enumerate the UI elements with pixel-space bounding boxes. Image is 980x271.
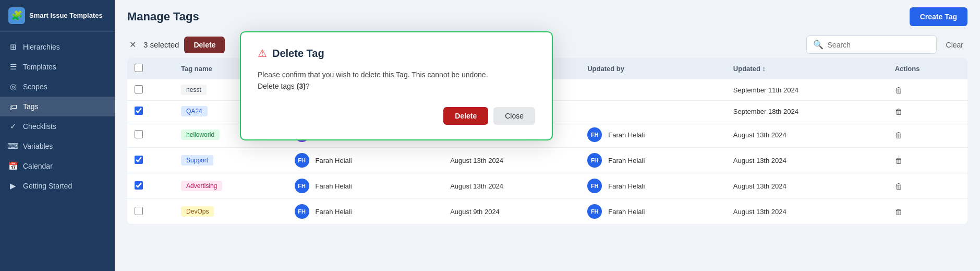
row-checkbox[interactable] (135, 156, 143, 164)
table-row: SupportFHFarah HelaliAugust 13th 2024FHF… (127, 148, 967, 173)
modal-body-line2: Delete tags (3)? (258, 80, 535, 92)
sidebar: 🧩 Smart Issue Templates ⊞ Hierarchies ☰ … (0, 0, 115, 271)
avatar: FH (587, 179, 602, 193)
tag-badge: helloworld (181, 129, 220, 140)
modal-body: Please confirm that you wish to delete t… (258, 69, 535, 92)
modal-title: Delete Tag (272, 48, 324, 60)
sidebar-item-templates[interactable]: ☰ Templates (0, 57, 115, 77)
sidebar-item-label: Scopes (23, 83, 47, 91)
updated-date: August 13th 2024 (726, 148, 888, 173)
getting-started-icon: ▶ (8, 181, 18, 191)
user-name: Farah Helali (608, 182, 645, 190)
search-box: 🔍 (806, 36, 937, 54)
avatar: FH (587, 204, 602, 219)
delete-selected-button[interactable]: Delete (184, 37, 225, 53)
table-row: AdvertisingFHFarah HelaliAugust 13th 202… (127, 173, 967, 199)
avatar: FH (295, 204, 309, 219)
hierarchies-icon: ⊞ (8, 42, 18, 52)
tag-badge: nesst (181, 85, 207, 95)
table-row: DevOpsFHFarah HelaliAugust 9th 2024FHFar… (127, 199, 967, 225)
variables-icon: ⌨ (8, 142, 18, 151)
clear-button[interactable]: Clear (942, 39, 967, 51)
main-header: Manage Tags Create Tag (115, 0, 980, 31)
modal-body-line1: Please confirm that you wish to delete t… (258, 69, 535, 80)
row-checkbox[interactable] (135, 130, 143, 138)
sidebar-item-scopes[interactable]: ◎ Scopes (0, 77, 115, 97)
sidebar-item-getting-started[interactable]: ▶ Getting Started (0, 176, 115, 196)
sidebar-item-hierarchies[interactable]: ⊞ Hierarchies (0, 37, 115, 57)
delete-row-button[interactable]: 🗑 (895, 107, 903, 116)
sidebar-item-label: Variables (23, 142, 53, 150)
sidebar-item-tags[interactable]: 🏷 Tags (0, 97, 115, 116)
row-checkbox[interactable] (135, 207, 143, 215)
avatar: FH (295, 179, 309, 193)
col-checkbox (127, 58, 174, 79)
col-updated: Updated ↕ (726, 58, 888, 79)
warning-icon: ⚠ (258, 47, 267, 60)
toolbar-right: 🔍 Clear (806, 36, 967, 54)
sidebar-item-checklists[interactable]: ✓ Checklists (0, 116, 115, 136)
row-checkbox[interactable] (135, 181, 143, 190)
delete-row-button[interactable]: 🗑 (895, 156, 903, 165)
updated-by-cell: FHFarah Helali (587, 204, 719, 219)
modal-header: ⚠ Delete Tag (258, 47, 535, 60)
modal-close-button[interactable]: Close (493, 107, 535, 125)
tag-badge: Advertising (181, 181, 222, 191)
scopes-icon: ◎ (8, 82, 18, 91)
user-name: Farah Helali (316, 208, 352, 216)
user-name: Farah Helali (316, 182, 352, 190)
row-checkbox[interactable] (135, 107, 143, 115)
updated-by-cell: FHFarah Helali (587, 179, 719, 193)
created-by-cell: FHFarah Helali (295, 153, 436, 168)
selected-count: 3 selected (143, 40, 179, 49)
tags-icon: 🏷 (8, 102, 18, 111)
delete-row-button[interactable]: 🗑 (895, 207, 903, 216)
sidebar-logo: 🧩 Smart Issue Templates (0, 0, 115, 32)
sidebar-item-variables[interactable]: ⌨ Variables (0, 136, 115, 156)
sidebar-nav: ⊞ Hierarchies ☰ Templates ◎ Scopes 🏷 Tag… (0, 32, 115, 271)
user-name: Farah Helali (608, 208, 645, 216)
updated-date: September 11th 2024 (726, 79, 888, 101)
logo-icon: 🧩 (8, 7, 25, 24)
created-date: August 9th 2024 (443, 199, 580, 225)
delete-row-button[interactable]: 🗑 (895, 182, 903, 191)
updated-by-cell: FHFarah Helali (587, 127, 719, 142)
col-updated-by: Updated by (580, 58, 726, 79)
row-checkbox[interactable] (135, 85, 143, 93)
updated-by-cell: FHFarah Helali (587, 153, 719, 168)
logo-text: Smart Issue Templates (29, 11, 103, 20)
delete-row-button[interactable]: 🗑 (895, 86, 903, 95)
updated-date: August 13th 2024 (726, 173, 888, 199)
avatar: FH (295, 153, 309, 168)
col-actions: Actions (888, 58, 967, 79)
user-name: Farah Helali (608, 131, 645, 139)
created-date: August 13th 2024 (443, 173, 580, 199)
tag-badge: QA24 (181, 106, 208, 116)
delete-row-button[interactable]: 🗑 (895, 131, 903, 139)
sidebar-item-label: Calendar (23, 162, 53, 170)
sidebar-item-calendar[interactable]: 📅 Calendar (0, 156, 115, 176)
created-date: August 13th 2024 (443, 148, 580, 173)
calendar-icon: 📅 (8, 161, 18, 171)
sidebar-item-label: Tags (23, 102, 39, 111)
close-selection-button[interactable]: ✕ (127, 38, 138, 52)
updated-date: August 13th 2024 (726, 122, 888, 148)
created-by-cell: FHFarah Helali (295, 179, 436, 193)
create-tag-button[interactable]: Create Tag (910, 7, 967, 26)
tag-badge: DevOps (181, 206, 214, 217)
modal-delete-button[interactable]: Delete (443, 107, 488, 125)
page-title: Manage Tags (127, 10, 199, 23)
avatar: FH (587, 127, 602, 142)
updated-date: September 18th 2024 (726, 101, 888, 122)
search-input[interactable] (828, 41, 930, 49)
sidebar-item-label: Templates (23, 63, 56, 71)
templates-icon: ☰ (8, 62, 18, 72)
created-by-cell: FHFarah Helali (295, 204, 436, 219)
user-name: Farah Helali (316, 157, 352, 164)
modal-count: (3) (297, 82, 306, 90)
user-name: Farah Helali (608, 157, 645, 164)
avatar: FH (587, 153, 602, 168)
select-all-checkbox[interactable] (135, 64, 143, 72)
delete-tag-modal: ⚠ Delete Tag Please confirm that you wis… (240, 31, 553, 140)
checklists-icon: ✓ (8, 122, 18, 131)
